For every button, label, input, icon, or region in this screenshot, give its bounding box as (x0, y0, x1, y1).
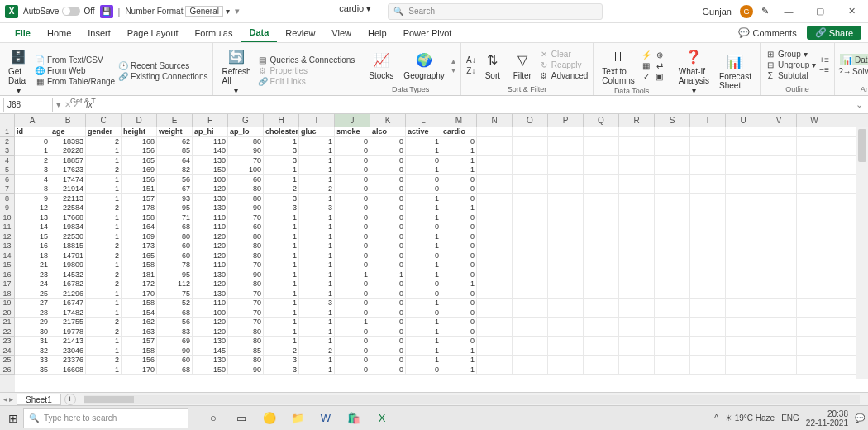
row-header[interactable]: 21 (0, 318, 15, 327)
cell[interactable] (619, 318, 655, 327)
cell[interactable]: 120 (193, 241, 228, 251)
cell[interactable]: 18815 (50, 241, 86, 251)
cell[interactable]: 17668 (50, 213, 86, 222)
cell[interactable]: 0 (441, 175, 477, 184)
save-icon[interactable]: 💾 (100, 5, 113, 18)
column-header[interactable]: F (193, 114, 228, 127)
row-header[interactable]: 4 (0, 156, 15, 166)
cell[interactable] (477, 165, 513, 174)
cell[interactable] (513, 308, 548, 318)
cell[interactable] (619, 289, 655, 299)
cell[interactable]: 1 (299, 241, 335, 251)
cell[interactable]: 1 (441, 346, 477, 356)
cell[interactable] (513, 175, 548, 184)
word-icon[interactable]: W (317, 410, 334, 427)
cell[interactable]: 2 (86, 270, 122, 280)
column-header[interactable]: T (690, 114, 726, 127)
cell[interactable]: 3 (264, 203, 299, 213)
maximize-button[interactable]: ▢ (808, 3, 832, 20)
cell[interactable]: 151 (122, 184, 157, 194)
cell[interactable] (548, 280, 584, 289)
cell[interactable] (690, 356, 726, 365)
cell[interactable]: 181 (122, 270, 157, 280)
cell[interactable] (584, 213, 619, 222)
spreadsheet-grid[interactable]: ABCDEFGHIJKLMNOPQRSTUVW 1234567891011121… (0, 114, 868, 392)
column-header[interactable]: W (797, 114, 832, 127)
cell[interactable]: 1 (441, 165, 477, 174)
task-view-icon[interactable]: ▭ (233, 410, 250, 427)
cell[interactable] (797, 251, 832, 260)
cell[interactable]: 71 (157, 213, 193, 222)
cell[interactable] (584, 127, 619, 136)
sort-az-button[interactable]: A↓ (466, 55, 476, 64)
cell[interactable] (619, 241, 655, 251)
cell[interactable] (726, 327, 761, 337)
cell[interactable]: 14532 (50, 270, 86, 280)
cell[interactable]: 178 (122, 203, 157, 213)
cell[interactable] (690, 241, 726, 251)
row-header[interactable]: 8 (0, 194, 15, 204)
cell[interactable] (619, 222, 655, 232)
cell[interactable]: ap_hi (193, 127, 228, 136)
cell[interactable]: 157 (122, 337, 157, 346)
from-text-csv-button[interactable]: 📄From Text/CSV (35, 55, 115, 65)
cell[interactable] (797, 156, 832, 165)
cell[interactable] (690, 251, 726, 260)
cell[interactable] (726, 184, 761, 194)
column-header[interactable]: U (726, 114, 761, 127)
cell[interactable] (548, 337, 584, 346)
explorer-icon[interactable]: 📁 (289, 410, 306, 427)
cell[interactable] (761, 270, 797, 280)
cell[interactable]: 9 (15, 194, 50, 203)
name-box[interactable]: J68 (3, 98, 53, 112)
cell[interactable] (513, 184, 548, 194)
column-headers[interactable]: ABCDEFGHIJKLMNOPQRSTUVW (15, 114, 868, 127)
start-button[interactable]: ⊞ (3, 408, 23, 428)
cell[interactable] (477, 366, 513, 375)
cell[interactable]: 130 (193, 356, 228, 365)
flash-fill-button[interactable]: ⚡ (641, 50, 651, 60)
sheet-nav-prev-icon[interactable]: ◂ (3, 394, 7, 404)
cell[interactable]: 0 (406, 308, 441, 318)
cell[interactable]: 1 (86, 184, 122, 194)
cell[interactable]: 0 (335, 289, 370, 299)
row-header[interactable]: 24 (0, 346, 15, 356)
cell[interactable]: 0 (335, 156, 370, 165)
document-name[interactable]: cardio ▾ (339, 3, 371, 20)
row-header[interactable]: 15 (0, 260, 15, 270)
cell[interactable]: 0 (441, 241, 477, 251)
cell[interactable] (761, 165, 797, 174)
cell[interactable]: 67 (157, 184, 193, 194)
cell[interactable]: 70 (228, 213, 264, 222)
cell[interactable]: 0 (441, 299, 477, 308)
cell[interactable] (513, 346, 548, 356)
row-headers[interactable]: 1234567891011121314151617181920212223242… (0, 127, 15, 392)
search-input[interactable]: 🔍 Search (388, 3, 603, 20)
column-header[interactable]: E (157, 114, 193, 127)
sheet-nav-next-icon[interactable]: ▸ (9, 394, 13, 404)
cell[interactable]: 1 (264, 280, 299, 289)
cell[interactable] (726, 356, 761, 365)
cell[interactable] (797, 260, 832, 270)
cell[interactable]: smoke (335, 127, 370, 136)
cell[interactable] (513, 127, 548, 136)
cell[interactable]: 0 (335, 356, 370, 365)
cell[interactable]: 1 (86, 366, 122, 375)
cell[interactable]: 1 (15, 146, 50, 155)
cell[interactable] (655, 203, 690, 213)
cell[interactable] (477, 308, 513, 318)
cell[interactable] (548, 194, 584, 203)
cell[interactable] (761, 127, 797, 136)
cell[interactable] (797, 203, 832, 213)
cell[interactable]: 1 (86, 289, 122, 299)
cell[interactable] (761, 251, 797, 260)
cell[interactable]: 150 (193, 366, 228, 375)
cell[interactable]: 172 (122, 280, 157, 289)
cell[interactable]: 0 (335, 251, 370, 260)
cell[interactable] (548, 366, 584, 375)
cell[interactable] (513, 356, 548, 365)
cell[interactable] (584, 232, 619, 241)
cell[interactable]: 110 (193, 222, 228, 232)
chrome-icon[interactable]: 🟡 (261, 410, 278, 427)
cell[interactable] (584, 299, 619, 308)
